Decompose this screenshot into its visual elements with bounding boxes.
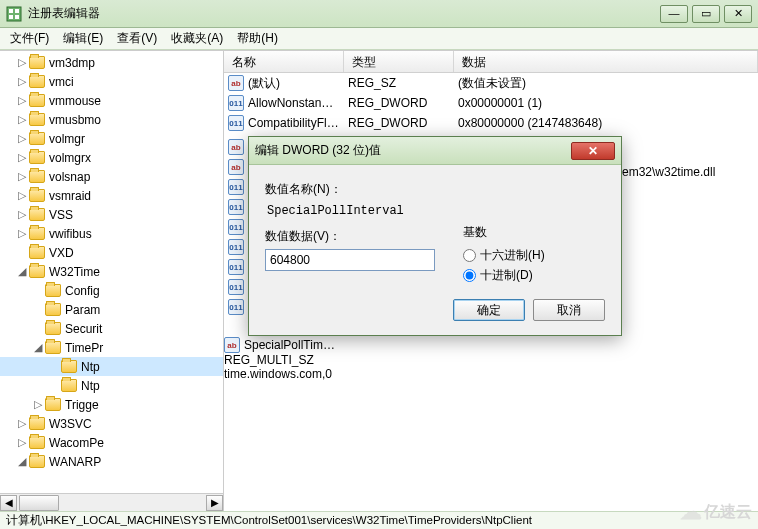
tree-item[interactable]: ▷WacomPe bbox=[0, 433, 223, 452]
edit-dword-dialog: 编辑 DWORD (32 位)值 ✕ 数值名称(N)： SpecialPollI… bbox=[248, 136, 622, 336]
tree-item[interactable]: ▷vwifibus bbox=[0, 224, 223, 243]
scroll-right-button[interactable]: ▶ bbox=[206, 495, 223, 511]
collapse-icon[interactable]: ◢ bbox=[16, 456, 27, 467]
folder-icon bbox=[29, 94, 45, 107]
column-header-data[interactable]: 数据 bbox=[454, 51, 758, 72]
string-value-icon: ab bbox=[228, 159, 244, 175]
tree-item[interactable]: ◢WANARP bbox=[0, 452, 223, 471]
menu-file[interactable]: 文件(F) bbox=[4, 28, 55, 49]
value-type: REG_SZ bbox=[348, 76, 458, 90]
tree-item[interactable]: ▷vmmouse bbox=[0, 91, 223, 110]
value-data: (数值未设置) bbox=[458, 75, 758, 92]
dword-value-icon: 011 bbox=[228, 115, 244, 131]
expand-icon[interactable]: ▷ bbox=[16, 133, 27, 144]
dword-value-icon: 011 bbox=[228, 95, 244, 111]
folder-icon bbox=[45, 303, 61, 316]
tree-item-label: vwifibus bbox=[49, 227, 92, 241]
value-data: time.windows.com,0 bbox=[224, 367, 758, 381]
string-value-icon: ab bbox=[228, 139, 244, 155]
folder-icon bbox=[45, 398, 61, 411]
expand-icon[interactable]: ▷ bbox=[16, 190, 27, 201]
expand-icon[interactable]: ▷ bbox=[16, 228, 27, 239]
expand-icon[interactable]: ▷ bbox=[32, 399, 43, 410]
maximize-button[interactable]: ▭ bbox=[692, 5, 720, 23]
expand-icon[interactable]: ▷ bbox=[16, 418, 27, 429]
tree-item-label: Trigge bbox=[65, 398, 99, 412]
scroll-left-button[interactable]: ◀ bbox=[0, 495, 17, 511]
menu-view[interactable]: 查看(V) bbox=[111, 28, 163, 49]
tree-item[interactable]: VXD bbox=[0, 243, 223, 262]
dword-value-icon: 011 bbox=[228, 239, 244, 255]
tree-item[interactable]: ▷vmci bbox=[0, 72, 223, 91]
tree-item[interactable]: ▷Trigge bbox=[0, 395, 223, 414]
radio-dec-input[interactable] bbox=[463, 269, 476, 282]
minimize-button[interactable]: — bbox=[660, 5, 688, 23]
tree-horizontal-scrollbar[interactable]: ◀ ▶ bbox=[0, 493, 223, 511]
folder-icon bbox=[29, 417, 45, 430]
expand-icon[interactable]: ▷ bbox=[16, 95, 27, 106]
tree-item[interactable]: ◢W32Time bbox=[0, 262, 223, 281]
expand-icon[interactable]: ▷ bbox=[16, 76, 27, 87]
folder-icon bbox=[45, 322, 61, 335]
tree-item[interactable]: ▷volsnap bbox=[0, 167, 223, 186]
tree-item[interactable]: Securit bbox=[0, 319, 223, 338]
dialog-close-button[interactable]: ✕ bbox=[571, 142, 615, 160]
list-row[interactable]: ab SpecialPollTim… REG_MULTI_SZ time.win… bbox=[224, 337, 758, 381]
ok-button[interactable]: 确定 bbox=[453, 299, 525, 321]
tree-item[interactable]: ▷VSS bbox=[0, 205, 223, 224]
statusbar: 计算机\HKEY_LOCAL_MACHINE\SYSTEM\ControlSet… bbox=[0, 511, 758, 529]
column-header-type[interactable]: 类型 bbox=[344, 51, 454, 72]
expand-icon[interactable]: ▷ bbox=[16, 171, 27, 182]
menu-help[interactable]: 帮助(H) bbox=[231, 28, 284, 49]
expand-icon[interactable]: ▷ bbox=[16, 437, 27, 448]
registry-tree[interactable]: ▷vm3dmp▷vmci▷vmmouse▷vmusbmo▷volmgr▷volm… bbox=[0, 51, 223, 493]
tree-item-label: Config bbox=[65, 284, 100, 298]
list-row[interactable]: 011AllowNonstan…REG_DWORD0x00000001 (1) bbox=[224, 93, 758, 113]
collapse-icon[interactable]: ◢ bbox=[32, 342, 43, 353]
tree-item[interactable]: Ntp bbox=[0, 357, 223, 376]
radio-hex[interactable]: 十六进制(H) bbox=[463, 245, 605, 265]
dword-value-icon: 011 bbox=[228, 259, 244, 275]
tree-item[interactable]: ▷W3SVC bbox=[0, 414, 223, 433]
radio-hex-input[interactable] bbox=[463, 249, 476, 262]
tree-item[interactable]: Config bbox=[0, 281, 223, 300]
column-header-name[interactable]: 名称 bbox=[224, 51, 344, 72]
tree-item[interactable]: ◢TimePr bbox=[0, 338, 223, 357]
expand-icon[interactable]: ▷ bbox=[16, 57, 27, 68]
folder-icon bbox=[61, 379, 77, 392]
value-type: REG_DWORD bbox=[348, 96, 458, 110]
value-data-input[interactable] bbox=[265, 249, 435, 271]
tree-item-label: Securit bbox=[65, 322, 102, 336]
scroll-thumb[interactable] bbox=[19, 495, 59, 511]
folder-icon bbox=[29, 208, 45, 221]
collapse-icon[interactable]: ◢ bbox=[16, 266, 27, 277]
cloud-icon: ☁ bbox=[680, 499, 702, 525]
close-button[interactable]: ✕ bbox=[724, 5, 752, 23]
list-row[interactable]: ab(默认)REG_SZ(数值未设置) bbox=[224, 73, 758, 93]
app-icon bbox=[6, 6, 22, 22]
expand-icon[interactable]: ▷ bbox=[16, 209, 27, 220]
tree-item-label: WacomPe bbox=[49, 436, 104, 450]
tree-item[interactable]: ▷vmusbmo bbox=[0, 110, 223, 129]
value-data: 0x00000001 (1) bbox=[458, 96, 758, 110]
menu-edit[interactable]: 编辑(E) bbox=[57, 28, 109, 49]
tree-item[interactable]: ▷volmgrx bbox=[0, 148, 223, 167]
folder-icon bbox=[61, 360, 77, 373]
expand-icon[interactable]: ▷ bbox=[16, 152, 27, 163]
partial-value-data: em32\w32time.dll bbox=[622, 165, 715, 179]
tree-item[interactable]: ▷vm3dmp bbox=[0, 53, 223, 72]
tree-item[interactable]: ▷vsmraid bbox=[0, 186, 223, 205]
cancel-button[interactable]: 取消 bbox=[533, 299, 605, 321]
values-list[interactable]: ab(默认)REG_SZ(数值未设置)011AllowNonstan…REG_D… bbox=[224, 73, 758, 133]
expand-placeholder bbox=[32, 304, 43, 315]
radio-dec[interactable]: 十进制(D) bbox=[463, 265, 605, 285]
tree-item[interactable]: ▷volmgr bbox=[0, 129, 223, 148]
tree-item[interactable]: Ntp bbox=[0, 376, 223, 395]
value-name: SpecialPollTim… bbox=[244, 338, 335, 352]
menu-favorites[interactable]: 收藏夹(A) bbox=[165, 28, 229, 49]
expand-icon[interactable]: ▷ bbox=[16, 114, 27, 125]
tree-item-label: W32Time bbox=[49, 265, 100, 279]
tree-item[interactable]: Param bbox=[0, 300, 223, 319]
tree-item-label: volsnap bbox=[49, 170, 90, 184]
list-row[interactable]: 011CompatibilityFl…REG_DWORD0x80000000 (… bbox=[224, 113, 758, 133]
